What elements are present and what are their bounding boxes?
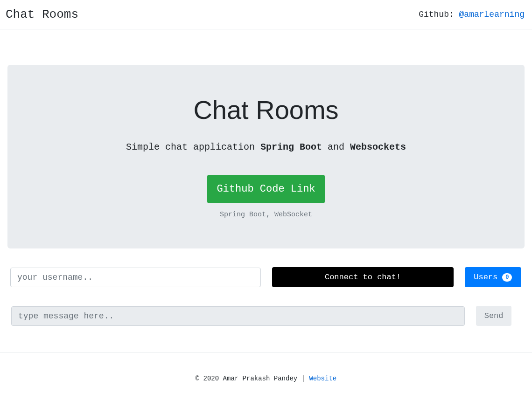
footer-website-link[interactable]: Website bbox=[309, 375, 336, 382]
jumbotron-subtitle: Simple chat application Spring Boot and … bbox=[22, 142, 510, 152]
users-label: Users bbox=[474, 273, 497, 282]
send-button[interactable]: Send bbox=[476, 306, 511, 326]
jumbotron-small: Spring Boot, WebSocket bbox=[22, 211, 510, 219]
github-link[interactable]: @amarlearning bbox=[459, 10, 525, 19]
page-footer: © 2020 Amar Prakash Pandey | Website bbox=[0, 352, 532, 400]
subtitle-prefix: Simple chat application bbox=[126, 142, 260, 152]
subtitle-bold2: Websockets bbox=[350, 142, 406, 152]
users-count-badge: 0 bbox=[502, 273, 512, 282]
users-button[interactable]: Users 0 bbox=[465, 267, 521, 287]
message-input[interactable] bbox=[11, 306, 465, 326]
header-title: Chat Rooms bbox=[6, 7, 78, 21]
connect-row: Connect to chat! Users 0 bbox=[10, 267, 522, 287]
subtitle-bold1: Spring Boot bbox=[260, 142, 322, 152]
message-row: Send bbox=[11, 306, 521, 326]
subtitle-mid: and bbox=[322, 142, 350, 152]
jumbotron-title: Chat Rooms bbox=[22, 95, 510, 125]
page-header: Chat Rooms Github: @amarlearning bbox=[0, 0, 532, 29]
connect-button[interactable]: Connect to chat! bbox=[272, 267, 454, 287]
footer-copyright: © 2020 Amar Prakash Pandey | bbox=[196, 375, 309, 382]
github-code-link-button[interactable]: Github Code Link bbox=[207, 175, 324, 203]
jumbotron: Chat Rooms Simple chat application Sprin… bbox=[7, 65, 525, 248]
username-input[interactable] bbox=[10, 268, 261, 287]
main-container: Chat Rooms Simple chat application Sprin… bbox=[0, 29, 532, 352]
header-github: Github: @amarlearning bbox=[419, 10, 525, 19]
github-label: Github: bbox=[419, 10, 459, 19]
